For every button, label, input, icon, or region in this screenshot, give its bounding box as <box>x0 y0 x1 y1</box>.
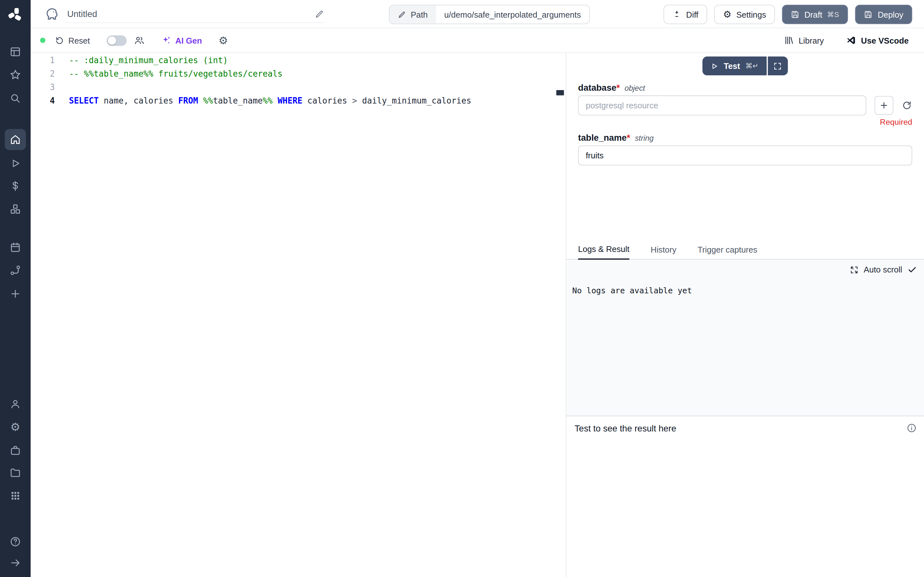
routes-icon[interactable] <box>5 259 26 281</box>
vscode-icon <box>846 35 856 45</box>
sidebar: ⚙ <box>0 0 31 577</box>
path-button[interactable]: Path <box>389 5 436 24</box>
deploy-label: Deploy <box>878 10 903 19</box>
workspace: 1 -- :daily_minimum_calories (int) 2 -- … <box>31 53 924 577</box>
path-label: Path <box>411 10 428 19</box>
topbar: Untitled Path u/demo/safe_interpolated_a… <box>31 0 924 28</box>
play-icon <box>711 62 718 70</box>
overview-ruler-mark <box>556 90 564 95</box>
code-text: SELECT name, calories FROM %%table_name%… <box>69 94 471 108</box>
briefcase-icon[interactable] <box>5 440 26 461</box>
code-line: 1 -- :daily_minimum_calories (int) <box>31 53 566 67</box>
database-input[interactable] <box>578 95 866 115</box>
topbar-actions: Diff ⚙ Settings Draft ⌘S Deploy <box>664 5 912 24</box>
test-button-group: Test ⌘↵ <box>578 56 912 75</box>
database-field-label: database* object <box>578 82 912 92</box>
test-label: Test <box>724 61 740 71</box>
search-icon[interactable] <box>5 88 26 109</box>
gear-icon: ⚙ <box>723 10 732 19</box>
run-and-preview-panel: Test ⌘↵ database* object <box>565 53 924 577</box>
tab-trigger-captures[interactable]: Trigger captures <box>698 245 757 259</box>
diff-label: Diff <box>686 10 698 19</box>
grid-icon[interactable] <box>5 485 26 506</box>
result-hint: Test to see the result here <box>575 424 916 434</box>
draft-button[interactable]: Draft ⌘S <box>782 5 848 24</box>
pencil-icon <box>398 10 406 19</box>
line-number: 2 <box>31 67 69 81</box>
home-icon[interactable] <box>5 129 26 150</box>
required-asterisk: * <box>616 82 620 92</box>
refresh-icon[interactable] <box>901 100 912 111</box>
add-resource-button[interactable] <box>875 96 893 115</box>
run-area: Test ⌘↵ database* object <box>566 53 924 242</box>
reset-label: Reset <box>68 35 90 45</box>
gear-icon[interactable]: ⚙ <box>218 34 228 47</box>
code-line: 3 <box>31 81 566 94</box>
tab-logs-result[interactable]: Logs & Result <box>578 244 630 259</box>
line-number: 4 <box>31 94 69 108</box>
status-dot <box>40 38 45 43</box>
tab-history[interactable]: History <box>651 245 676 259</box>
settings-button[interactable]: ⚙ Settings <box>714 5 775 24</box>
toggle-knob <box>107 36 116 45</box>
database-input-row <box>578 95 912 115</box>
gear-icon[interactable]: ⚙ <box>5 416 26 438</box>
code-editor[interactable]: 1 -- :daily_minimum_calories (int) 2 -- … <box>31 53 566 577</box>
draft-shortcut: ⌘S <box>827 10 840 19</box>
reset-icon <box>55 35 64 45</box>
use-vscode-button[interactable]: Use VScode <box>846 35 909 45</box>
draft-label: Draft <box>804 10 822 19</box>
code-line: 2 -- %%table_name%% fruits/vegetables/ce… <box>31 67 566 81</box>
logs-empty-message: No logs are available yet <box>572 285 692 295</box>
arrow-right-icon[interactable] <box>5 552 26 574</box>
expand-icon[interactable] <box>850 265 859 274</box>
auto-scroll-checkbox[interactable] <box>908 265 917 274</box>
path-value: u/demo/safe_interpolated_arguments <box>436 5 589 24</box>
calendar-icon[interactable] <box>5 237 26 258</box>
dollar-icon[interactable] <box>5 175 26 197</box>
reset-button[interactable]: Reset <box>55 35 90 45</box>
diff-button[interactable]: Diff <box>664 5 707 24</box>
users-icon[interactable] <box>134 35 145 46</box>
help-icon[interactable] <box>5 531 26 552</box>
library-button[interactable]: Library <box>784 35 824 45</box>
ai-gen-button[interactable]: AI Gen <box>161 35 202 45</box>
collab-toggle[interactable] <box>107 35 126 45</box>
code-text: -- %%table_name%% fruits/vegetables/cere… <box>69 67 283 81</box>
settings-label: Settings <box>736 10 766 19</box>
apps-icon[interactable] <box>5 41 26 63</box>
play-icon[interactable] <box>5 153 26 174</box>
field-type: object <box>625 84 645 93</box>
table-name-input[interactable] <box>578 145 912 165</box>
info-icon[interactable] <box>906 423 917 434</box>
sparkles-icon <box>161 35 171 45</box>
code-lines: 1 -- :daily_minimum_calories (int) 2 -- … <box>31 53 566 108</box>
pencil-icon <box>315 9 324 18</box>
fullscreen-icon[interactable] <box>768 56 788 75</box>
preview-tabs: Logs & Result History Trigger captures <box>566 242 924 259</box>
line-number: 1 <box>31 53 69 67</box>
star-icon[interactable] <box>5 64 26 85</box>
resources-icon[interactable] <box>5 198 26 219</box>
test-shortcut: ⌘↵ <box>745 62 758 70</box>
windmill-logo[interactable] <box>5 4 26 25</box>
auto-scroll-control: Auto scroll <box>850 265 917 274</box>
table-name-field-label: table_name* string <box>578 132 912 142</box>
auto-scroll-label: Auto scroll <box>864 265 902 274</box>
user-icon[interactable] <box>5 393 26 414</box>
required-note: Required <box>578 118 912 127</box>
diff-icon <box>672 10 682 19</box>
required-asterisk: * <box>627 132 630 142</box>
save-icon <box>864 10 873 19</box>
path-group: Path u/demo/safe_interpolated_arguments <box>389 5 590 24</box>
deploy-button[interactable]: Deploy <box>855 5 912 24</box>
script-title-field[interactable]: Untitled <box>65 5 324 23</box>
test-button[interactable]: Test ⌘↵ <box>703 56 767 75</box>
library-icon <box>784 35 794 45</box>
editor-toolbar: Reset AI Gen ⚙ Library Use VS <box>31 28 924 53</box>
folder-icon[interactable] <box>5 462 26 484</box>
field-type: string <box>635 134 654 143</box>
logs-panel: Auto scroll No logs are available yet <box>566 259 924 416</box>
save-icon <box>791 10 800 19</box>
plus-icon[interactable] <box>5 283 26 304</box>
